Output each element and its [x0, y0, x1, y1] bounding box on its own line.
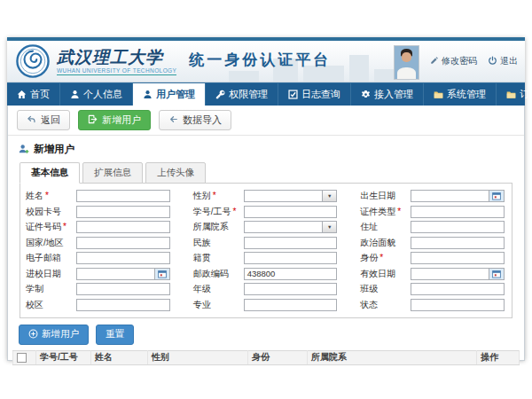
field-label: 政治面貌	[360, 237, 411, 249]
calendar-icon[interactable]	[154, 269, 169, 279]
field-label: 所属院系	[193, 221, 244, 233]
campus-input[interactable]	[76, 299, 170, 311]
required-marker: *	[213, 192, 216, 200]
tab-upload-avatar[interactable]: 上传头像	[145, 162, 206, 184]
postal-code-input[interactable]: 438800	[244, 268, 338, 280]
nav-item-permission-management[interactable]: 权限管理	[206, 83, 278, 106]
table-header-row: 学号/工号姓名性别身份所属院系操作	[13, 350, 520, 364]
folder-icon	[434, 90, 443, 99]
reset-button-label: 重置	[106, 328, 124, 340]
field-label: 证件号码*	[26, 221, 76, 233]
nav-item-access-management[interactable]: 接入管理	[351, 83, 424, 106]
table-column-header: 所属院系	[308, 350, 477, 364]
form-field-identity: 身份*	[360, 252, 505, 264]
department-select[interactable]: ▼	[244, 221, 338, 233]
nav-item-home[interactable]: 首页	[7, 83, 60, 106]
field-label: 学号/工号*	[193, 206, 244, 218]
student-id-input[interactable]	[244, 206, 338, 218]
ethnicity-input[interactable]	[244, 237, 338, 249]
identity-input[interactable]	[411, 252, 505, 264]
chevron-down-icon[interactable]: ▼	[322, 222, 336, 232]
table-column-header: 姓名	[91, 350, 148, 364]
logout-label: 退出	[500, 55, 518, 67]
tab-basic-info[interactable]: 基本信息	[20, 162, 80, 184]
birth-date-input[interactable]	[411, 190, 505, 202]
import-arrow-icon	[168, 114, 178, 126]
form-field-email: 电子邮箱	[26, 252, 170, 264]
required-marker: *	[232, 208, 236, 215]
class-input[interactable]	[411, 283, 505, 295]
add-user-toolbar-button[interactable]: 新增用户	[78, 110, 151, 130]
gender-select[interactable]: ▼	[244, 190, 338, 202]
skyline-decoration	[349, 55, 369, 82]
data-import-button[interactable]: 数据导入	[159, 110, 231, 130]
field-label: 专业	[193, 299, 244, 311]
grade-input[interactable]	[244, 283, 338, 295]
id-type-input[interactable]	[411, 206, 505, 218]
valid-date-input[interactable]	[411, 268, 505, 280]
education-length-input[interactable]	[76, 283, 170, 295]
form-field-grade: 年级	[193, 283, 338, 295]
country-input[interactable]	[76, 237, 170, 249]
nav-item-label: 个人信息	[83, 88, 122, 101]
nav-item-log-query[interactable]: 日志查询	[278, 83, 351, 106]
form-field-campus-card: 校园卡号	[26, 206, 170, 218]
form-field-name: 姓名*	[26, 190, 170, 202]
app-header: 武汉理工大学 WUHAN UNIVERSITY OF TECHNOLOGY 统一…	[7, 41, 525, 82]
campus-card-input[interactable]	[76, 206, 170, 218]
university-name-en: WUHAN UNIVERSITY OF TECHNOLOGY	[57, 67, 176, 75]
name-input[interactable]	[76, 190, 170, 202]
field-label: 进校日期	[26, 268, 76, 280]
tab-extended-info[interactable]: 扩展信息	[82, 162, 143, 184]
form-field-ethnicity: 民族	[193, 237, 338, 249]
nav-item-system-management[interactable]: 系统管理	[424, 83, 497, 106]
user-avatar	[394, 45, 419, 80]
field-label: 状态	[360, 299, 411, 311]
user-add-icon	[88, 114, 98, 126]
user-icon	[143, 90, 153, 99]
reset-button[interactable]: 重置	[96, 325, 134, 345]
calendar-icon[interactable]	[489, 269, 504, 279]
logout-link[interactable]: 退出	[488, 55, 518, 67]
app-window: 武汉理工大学 WUHAN UNIVERSITY OF TECHNOLOGY 统一…	[7, 37, 525, 360]
nav-item-subscription-management[interactable]: 订阅管理	[497, 83, 532, 106]
id-number-input[interactable]	[76, 221, 170, 233]
change-password-link[interactable]: 修改密码	[430, 55, 477, 67]
required-marker: *	[63, 223, 66, 231]
email-input[interactable]	[76, 252, 170, 264]
section-title-label: 新增用户	[34, 143, 74, 156]
nav-item-user-management[interactable]: 用户管理	[133, 83, 206, 106]
toolbar: 返回 新增用户 数据导入	[8, 106, 524, 136]
nav-item-label: 接入管理	[374, 88, 413, 101]
political-status-input[interactable]	[411, 237, 505, 249]
form-field-country: 国家/地区	[26, 237, 170, 249]
platform-title: 统一身份认证平台	[189, 50, 331, 70]
native-place-input[interactable]	[244, 252, 338, 264]
field-label: 年级	[193, 283, 244, 295]
nav-item-profile[interactable]: 个人信息	[60, 83, 133, 106]
university-logo-icon	[16, 44, 50, 78]
select-all-checkbox[interactable]	[17, 353, 27, 363]
add-user-submit-button[interactable]: 新增用户	[19, 325, 89, 345]
form-field-native-place: 籍贯	[193, 252, 338, 264]
address-input[interactable]	[411, 221, 505, 233]
field-label: 民族	[193, 237, 244, 249]
field-label: 性别*	[193, 190, 244, 202]
form-field-entry-date: 进校日期	[26, 268, 170, 280]
form-actions: 新增用户 重置	[19, 325, 524, 345]
calendar-icon[interactable]	[489, 191, 504, 201]
chevron-down-icon[interactable]: ▼	[322, 191, 336, 201]
back-button[interactable]: 返回	[17, 110, 70, 130]
field-label: 班级	[360, 283, 411, 295]
data-import-label: 数据导入	[183, 113, 222, 127]
add-user-toolbar-label: 新增用户	[102, 113, 141, 127]
table-column-header: 学号/工号	[36, 350, 91, 364]
form-field-id-type: 证件类型*	[360, 206, 505, 218]
form-field-status: 状态	[360, 299, 505, 311]
status-input[interactable]	[411, 299, 505, 311]
field-label: 邮政编码	[193, 268, 244, 280]
folder-icon	[506, 90, 516, 99]
entry-date-input[interactable]	[76, 268, 170, 280]
major-input[interactable]	[244, 299, 338, 311]
field-label: 住址	[360, 221, 411, 233]
